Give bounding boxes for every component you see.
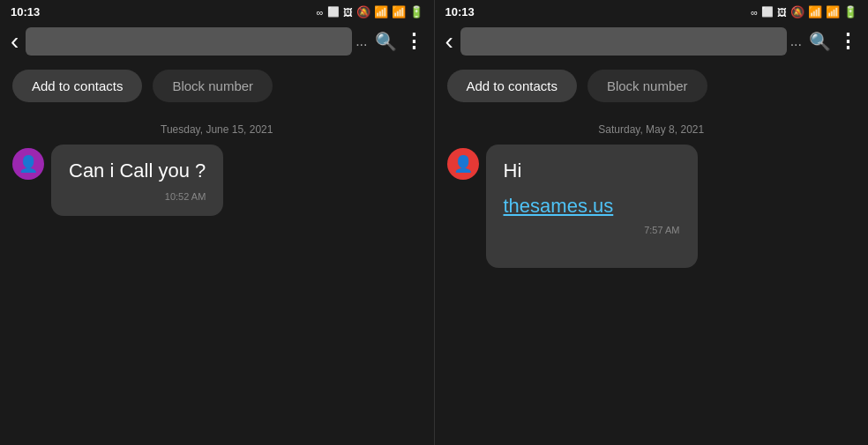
status-time-left: 10:13: [11, 5, 40, 19]
wifi-icon-r: 📶: [808, 5, 822, 19]
block-number-button-right[interactable]: Block number: [587, 70, 707, 102]
contact-title-bar-right: [460, 27, 787, 56]
message-time-right: 7:57 AM: [504, 225, 680, 235]
signal-icon-r: 📶: [826, 5, 840, 19]
contact-title-bar-left: [26, 27, 352, 56]
block-number-button-left[interactable]: Block number: [153, 70, 273, 102]
more-icon-right[interactable]: ⋮: [838, 30, 857, 53]
message-link-right[interactable]: thesames.us: [504, 195, 614, 217]
message-bubble-right: Hi thesames.us 7:57 AM: [486, 145, 698, 268]
add-to-contacts-button-right[interactable]: Add to contacts: [447, 70, 577, 102]
message-greeting-right: Hi: [504, 159, 680, 184]
nav-bar-left: ‹ ... 🔍 ⋮: [0, 22, 434, 61]
message-area-left: 👤 Can i Call you ? 10:52 AM: [0, 145, 434, 445]
mute-icon: 🔕: [356, 5, 370, 19]
avatar-right: 👤: [447, 148, 479, 180]
image-icon: 🖼: [343, 7, 353, 18]
signal-icon: 📶: [392, 5, 406, 19]
search-icon-left[interactable]: 🔍: [375, 31, 397, 52]
search-icon-right[interactable]: 🔍: [809, 31, 831, 52]
back-button-right[interactable]: ‹: [445, 27, 453, 56]
right-phone-screen: 10:13 ∞ ⬜ 🖼 🔕 📶 📶 🔋 ‹ ... 🔍 ⋮ Add to con…: [435, 0, 869, 445]
status-bar-right: 10:13 ∞ ⬜ 🖼 🔕 📶 📶 🔋: [435, 0, 869, 22]
back-button-left[interactable]: ‹: [11, 27, 19, 56]
voicemail-icon: ∞: [317, 7, 324, 18]
battery-icon-r: 🔋: [843, 5, 857, 19]
battery-icon: 🔋: [409, 5, 423, 19]
status-bar-left: 10:13 ∞ ⬜ 🖼 🔕 📶 📶 🔋: [0, 0, 434, 22]
date-label-right: Saturday, May 8, 2021: [435, 111, 869, 145]
ellipsis-left: ...: [355, 33, 367, 49]
ellipsis-right: ...: [790, 33, 802, 49]
wifi-icon: 📶: [374, 5, 388, 19]
person-icon-right: 👤: [453, 154, 473, 174]
box-icon-r: ⬜: [761, 6, 774, 18]
image-icon-r: 🖼: [777, 7, 787, 18]
nav-bar-right: ‹ ... 🔍 ⋮: [435, 22, 869, 61]
box-icon: ⬜: [327, 6, 340, 18]
message-bubble-left: Can i Call you ? 10:52 AM: [51, 145, 223, 216]
left-phone-screen: 10:13 ∞ ⬜ 🖼 🔕 📶 📶 🔋 ‹ ... 🔍 ⋮ Add to con…: [0, 0, 435, 445]
action-buttons-right: Add to contacts Block number: [435, 61, 869, 111]
message-text-left: Can i Call you ?: [69, 159, 206, 184]
more-icon-left[interactable]: ⋮: [404, 30, 423, 53]
add-to-contacts-button-left[interactable]: Add to contacts: [12, 70, 142, 102]
avatar-left: 👤: [12, 148, 44, 180]
mute-icon-r: 🔕: [790, 5, 804, 19]
voicemail-icon-r: ∞: [751, 7, 758, 18]
status-time-right: 10:13: [445, 5, 475, 19]
date-label-left: Tuesday, June 15, 2021: [0, 111, 434, 145]
status-icons-left: ∞ ⬜ 🖼 🔕 📶 📶 🔋: [317, 5, 423, 19]
person-icon-left: 👤: [19, 154, 38, 174]
status-icons-right: ∞ ⬜ 🖼 🔕 📶 📶 🔋: [751, 5, 857, 19]
action-buttons-left: Add to contacts Block number: [0, 61, 434, 111]
message-area-right: 👤 Hi thesames.us 7:57 AM: [435, 145, 869, 445]
message-time-left: 10:52 AM: [69, 191, 206, 202]
